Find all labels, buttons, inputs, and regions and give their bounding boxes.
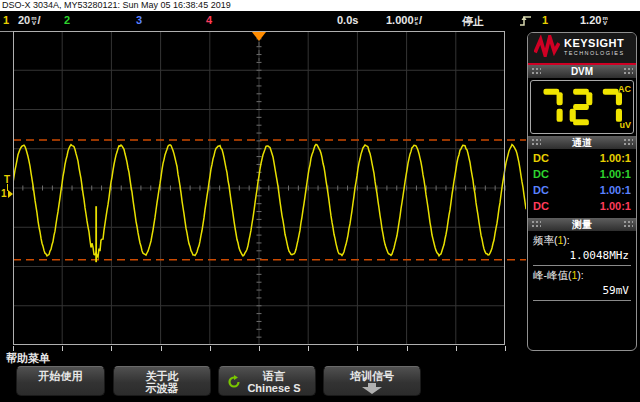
dvm-panel-header[interactable]: DVM [528,65,636,78]
trigger-position-marker[interactable] [252,32,266,41]
brand-block: KEYSIGHT TECHNOLOGIES [528,33,636,63]
grip-dots-icon [531,220,541,229]
brand-name: KEYSIGHT [564,38,625,48]
menu-title: 帮助菜单 [6,351,50,366]
channel-row-3: DC1.00:1 [533,184,631,200]
dvm-seven-segment-digits [540,87,622,127]
channel3-status[interactable]: 3 [136,14,142,26]
channel4-status[interactable]: 4 [206,14,212,26]
ground-marker-arrow-icon [8,190,13,198]
channels-panel-header[interactable]: 通道 [528,136,636,149]
language-cycle-icon [227,375,241,391]
waveform-display [13,31,526,345]
time-offset[interactable]: 0.0s [337,14,358,26]
softkey-training-signals[interactable]: 培训信号 [323,366,421,396]
sidebar: KEYSIGHT TECHNOLOGIES DVM AC uV 通道 DC1.0… [527,32,637,351]
timebase-unit: µs [415,16,418,26]
timebase[interactable]: 1.000µs/ [386,14,422,26]
measure-panel-header[interactable]: 测量 [528,218,636,231]
brand-sub: TECHNOLOGIES [564,48,625,58]
ch1-unit: mV [31,16,36,26]
grip-dots-icon [623,220,633,229]
measurement-label-peak-peak: 峰-峰值(1): [533,269,631,283]
softkey-language[interactable]: 语言 Chinese S [218,366,316,396]
channel2-status[interactable]: 2 [64,14,70,26]
measurement-label-frequency: 频率(1): [533,234,631,248]
channel1-scale[interactable]: 20mV/ [18,14,41,26]
bottom-division-ticks [13,345,513,351]
grip-dots-icon [623,67,633,76]
channel-list: DC1.00:1 DC1.00:1 DC1.00:1 DC1.00:1 [528,149,636,218]
measurement-value-frequency: 1.0048MHz [533,248,631,266]
softkey-about-oscilloscope[interactable]: 关于此 示波器 [113,366,211,396]
grip-dots-icon [531,67,541,76]
waveform-svg [13,31,526,345]
grid-top-edge-extension [0,31,13,32]
trigger-level-unit: mV [602,16,607,26]
dvm-mode: AC [618,84,631,94]
channel-row-4: DC1.00:1 [533,200,631,216]
trigger-level[interactable]: 1.20mV [580,14,609,26]
oscilloscope-screen: DSO-X 3034A, MY53280121: Sun May 05 16:3… [0,0,640,402]
down-arrow-icon [361,383,383,396]
run-state[interactable]: 停止 [462,14,484,29]
edge-trigger-icon [519,15,532,29]
grip-dots-icon [623,138,633,147]
trigger-source[interactable]: 1 [542,14,548,26]
dvm-unit: uV [619,120,631,130]
grip-dots-icon [531,138,541,147]
titlebar: DSO-X 3034A, MY53280121: Sun May 05 16:3… [0,0,640,11]
channel-row-2: DC1.00:1 [533,168,631,184]
keysight-logo-icon [534,35,560,61]
measurement-value-peak-peak: 59mV [533,283,631,301]
channel1-ground-marker[interactable]: 1 [1,188,13,199]
measurement-list: 频率(1): 1.0048MHz 峰-峰值(1): 59mV [528,231,636,307]
dvm-readout: AC uV [530,80,634,134]
channel1-status[interactable]: 1 [3,14,9,26]
status-bar: 1 20mV/ 2 3 4 0.0s 1.000µs/ 停止 1 1.20mV [0,11,640,31]
model-serial-datetime: DSO-X 3034A, MY53280121: Sun May 05 16:3… [2,0,231,10]
channel-row-1: DC1.00:1 [533,152,631,168]
softkey-getting-started[interactable]: 开始使用 [16,366,105,396]
